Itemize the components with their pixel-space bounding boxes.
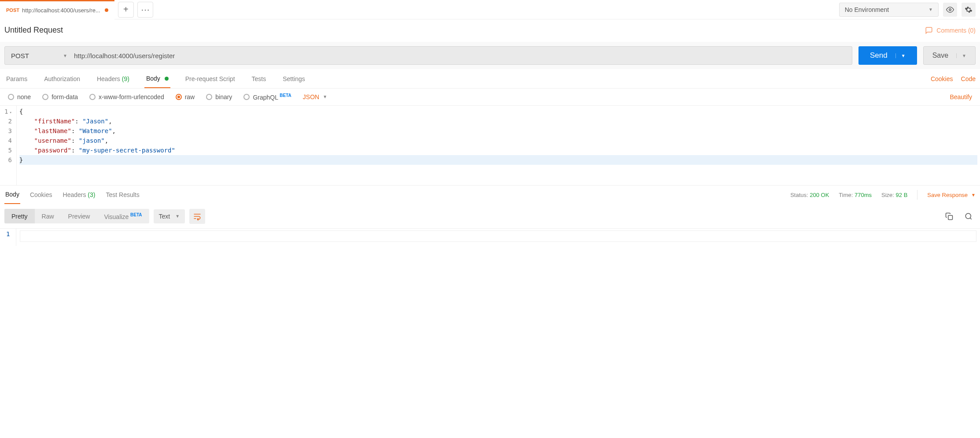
svg-rect-1 [948,215,953,219]
save-label: Save [932,52,948,59]
tab-settings[interactable]: Settings [281,70,307,88]
wrap-lines-button[interactable] [189,209,205,224]
method-value: POST [11,52,29,59]
save-response-button[interactable]: Save Response ▼ [927,192,976,198]
view-raw[interactable]: Raw [35,209,61,224]
tab-headers[interactable]: Headers (9) [95,70,131,88]
chevron-down-icon: ▼ [928,7,933,12]
response-line-number: 1 [0,229,16,246]
copy-icon [945,212,953,220]
wrap-icon [193,212,202,221]
tab-authorization[interactable]: Authorization [42,70,82,88]
send-button[interactable]: Send ▼ [858,46,917,65]
url-input[interactable] [68,46,852,65]
beautify-button[interactable]: Beautify [950,93,972,100]
method-select[interactable]: POST ▼ [4,46,74,65]
chevron-down-icon: ▼ [323,94,327,99]
search-icon [965,212,973,220]
request-name[interactable]: Untitled Request [4,26,63,35]
response-tab-tests[interactable]: Test Results [105,186,140,204]
request-tab[interactable]: POST http://localhost:4000/users/re... [0,0,114,19]
response-status: 200 OK [810,192,829,198]
body-type-xwww[interactable]: x-www-form-urlencoded [89,93,164,100]
response-tab-body[interactable]: Body [4,186,20,204]
comments-label: Comments (0) [936,27,976,34]
code-link[interactable]: Code [961,75,976,82]
tab-title: http://localhost:4000/users/re... [22,7,100,14]
view-visualize[interactable]: Visualize BETA [97,209,149,224]
new-tab-button[interactable]: + [118,2,134,18]
tab-body[interactable]: Body [144,70,170,88]
tab-params[interactable]: Params [4,70,29,88]
response-body[interactable]: 1 [0,228,980,246]
body-type-formdata[interactable]: form-data [42,93,78,100]
chevron-down-icon[interactable]: ▼ [895,53,906,58]
svg-point-2 [965,213,971,219]
body-type-graphql[interactable]: GraphQL BETA [243,93,291,101]
environment-quicklook-button[interactable] [943,3,957,17]
copy-response-button[interactable] [942,209,956,223]
response-format-select[interactable]: Text ▼ [154,209,185,223]
response-tab-cookies[interactable]: Cookies [29,186,53,204]
response-size: 92 B [896,192,908,198]
body-format-select[interactable]: JSON ▼ [303,93,327,100]
tab-prerequest[interactable]: Pre-request Script [184,70,237,88]
body-editor[interactable]: 123456 { "firstName": "Jason", "lastName… [0,106,980,185]
tab-tests[interactable]: Tests [250,70,268,88]
response-view-segment: Pretty Raw Preview Visualize BETA [4,209,149,224]
svg-point-0 [949,8,951,11]
body-type-raw[interactable]: raw [176,93,195,100]
unsaved-indicator-icon [105,8,108,12]
environment-select[interactable]: No Environment ▼ [839,3,939,17]
settings-button[interactable] [962,3,976,17]
comments-button[interactable]: Comments (0) [925,26,976,34]
gear-icon [965,6,973,14]
chevron-down-icon: ▼ [971,193,976,197]
send-label: Send [870,51,888,60]
response-tab-headers[interactable]: Headers (3) [62,186,96,204]
response-time: 770ms [855,192,872,198]
save-button[interactable]: Save ▼ [923,46,976,65]
body-indicator-icon [165,77,169,81]
tab-options-button[interactable]: ⋯ [137,2,153,18]
cookies-link[interactable]: Cookies [931,75,953,82]
view-preview[interactable]: Preview [61,209,97,224]
search-response-button[interactable] [962,209,976,223]
body-type-binary[interactable]: binary [206,93,232,100]
chevron-down-icon: ▼ [175,214,180,219]
chevron-down-icon[interactable]: ▼ [956,53,966,58]
environment-label: No Environment [845,6,889,13]
response-content [20,230,976,242]
comment-icon [925,26,933,34]
eye-icon [946,6,954,14]
chevron-down-icon: ▼ [63,53,67,58]
tab-method-badge: POST [6,7,19,13]
body-type-none[interactable]: none [8,93,31,100]
view-pretty[interactable]: Pretty [4,209,35,224]
